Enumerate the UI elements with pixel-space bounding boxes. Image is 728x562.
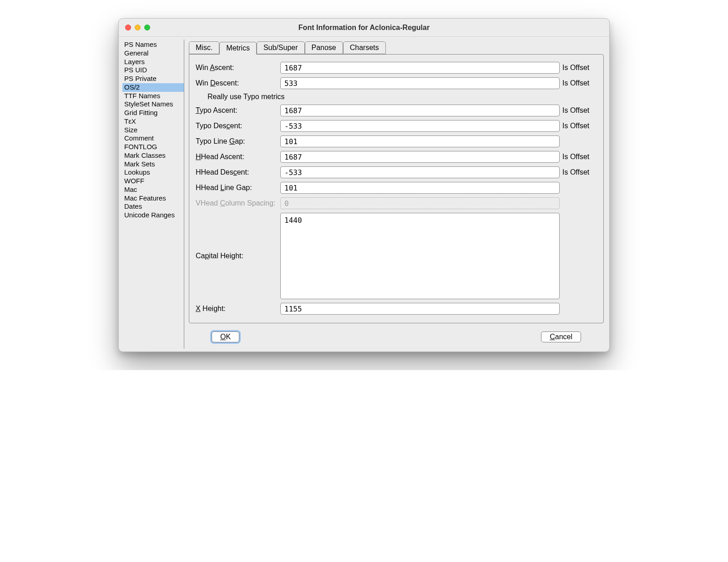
hhead-linegap-input[interactable] — [280, 182, 560, 194]
sidebar-item[interactable]: Mark Sets — [122, 160, 184, 169]
metrics-tabpanel: Win Ascent: Is Offset Win Descent: Is Of… — [189, 54, 604, 323]
vhead-colspacing-input — [280, 197, 560, 209]
sidebar-item[interactable]: PS Private — [122, 75, 184, 83]
typo-descent-input[interactable] — [280, 120, 560, 132]
main-panel: Misc.MetricsSub/SuperPanoseCharsets Win … — [184, 37, 609, 351]
hhead-descent-label: HHead Descent: — [196, 168, 278, 176]
sidebar-item[interactable]: Mac — [122, 186, 184, 194]
typo-descent-label: Typo Descent: — [196, 122, 278, 130]
sidebar-item[interactable]: Lookups — [122, 168, 184, 177]
typo-ascent-input[interactable] — [280, 105, 560, 116]
close-icon[interactable] — [125, 25, 131, 30]
tab[interactable]: Metrics — [219, 42, 257, 55]
sidebar-item[interactable]: OS/2 — [122, 83, 184, 92]
win-descent-label: Win Descent: — [196, 79, 278, 87]
tab-bar: Misc.MetricsSub/SuperPanoseCharsets — [189, 41, 604, 54]
sidebar-item[interactable]: PS Names — [122, 40, 184, 49]
x-height-label: X Height: — [196, 305, 278, 313]
sidebar-item[interactable]: TTF Names — [122, 92, 184, 100]
cancel-button[interactable]: Cancel — [541, 331, 581, 342]
sidebar-item[interactable]: FONTLOG — [122, 143, 184, 151]
win-descent-is-offset[interactable]: Is Offset — [562, 79, 597, 87]
really-use-typo-label[interactable]: Really use Typo metrics — [207, 93, 285, 101]
dialog-body: PS NamesGeneralLayersPS UIDPS PrivateOS/… — [119, 37, 609, 351]
window-controls — [125, 25, 150, 30]
hhead-ascent-label: HHead Ascent: — [196, 153, 278, 161]
sidebar-item[interactable]: PS UID — [122, 66, 184, 75]
win-ascent-input[interactable] — [280, 62, 560, 74]
hhead-descent-is-offset[interactable]: Is Offset — [562, 168, 597, 176]
win-ascent-label: Win Ascent: — [196, 64, 278, 72]
vhead-colspacing-label: VHead Column Spacing: — [196, 199, 278, 207]
typo-ascent-label: Typo Ascent: — [196, 106, 278, 115]
sidebar-item[interactable]: TεX — [122, 117, 184, 126]
tab[interactable]: Panose — [305, 41, 343, 54]
typo-linegap-input[interactable] — [280, 135, 560, 147]
win-descent-input[interactable] — [280, 77, 560, 89]
typo-ascent-is-offset[interactable]: Is Offset — [562, 106, 597, 115]
sidebar-item[interactable]: Mark Classes — [122, 151, 184, 160]
sidebar-item[interactable]: Dates — [122, 202, 184, 211]
x-height-input[interactable] — [280, 303, 560, 315]
font-info-window: Font Information for Aclonica-Regular PS… — [118, 18, 610, 352]
capital-height-input[interactable]: 1440 — [280, 213, 560, 299]
hhead-ascent-is-offset[interactable]: Is Offset — [562, 153, 597, 161]
sidebar-item[interactable]: Unicode Ranges — [122, 211, 184, 220]
tab[interactable]: Charsets — [343, 41, 386, 54]
sidebar-item[interactable]: General — [122, 49, 184, 58]
minimize-icon[interactable] — [135, 25, 141, 30]
titlebar: Font Information for Aclonica-Regular — [119, 19, 609, 37]
hhead-ascent-input[interactable] — [280, 151, 560, 163]
window-title: Font Information for Aclonica-Regular — [125, 24, 603, 32]
hhead-linegap-label: HHead Line Gap: — [196, 184, 278, 192]
sidebar-item[interactable]: Mac Features — [122, 194, 184, 203]
sidebar-item[interactable]: Size — [122, 126, 184, 135]
sidebar-item[interactable]: StyleSet Names — [122, 100, 184, 109]
ok-button[interactable]: OK — [212, 331, 239, 342]
sidebar-item[interactable]: Grid Fitting — [122, 109, 184, 117]
zoom-icon[interactable] — [144, 25, 150, 30]
typo-linegap-label: Typo Line Gap: — [196, 137, 278, 146]
tab[interactable]: Sub/Super — [257, 41, 305, 54]
sidebar-item[interactable]: Comment — [122, 134, 184, 143]
sidebar-item[interactable]: WOFF — [122, 177, 184, 186]
dialog-footer: OK Cancel — [189, 323, 604, 351]
hhead-descent-input[interactable] — [280, 166, 560, 178]
win-ascent-is-offset[interactable]: Is Offset — [562, 64, 597, 72]
sidebar-item[interactable]: Layers — [122, 58, 184, 66]
category-sidebar: PS NamesGeneralLayersPS UIDPS PrivateOS/… — [119, 37, 184, 351]
tab[interactable]: Misc. — [189, 41, 219, 54]
capital-height-label: Capital Height: — [196, 252, 278, 260]
typo-descent-is-offset[interactable]: Is Offset — [562, 122, 597, 130]
